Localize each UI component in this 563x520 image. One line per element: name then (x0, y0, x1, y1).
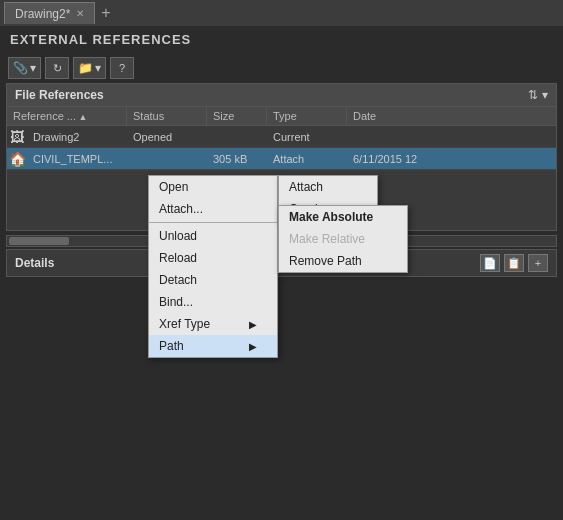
menu-open-label: Open (159, 180, 188, 194)
menu-path-label: Path (159, 339, 184, 353)
drawing2-tab[interactable]: Drawing2* ✕ (4, 2, 95, 24)
refresh-button[interactable]: ↻ (45, 57, 69, 79)
path-remove-label: Remove Path (289, 254, 362, 268)
menu-bind-label: Bind... (159, 295, 193, 309)
path-arrow-icon: ▶ (249, 341, 257, 352)
menu-item-unload[interactable]: Unload (149, 225, 277, 247)
details-label: Details (15, 256, 54, 270)
file-ref-header-icons: ⇅ ▾ (528, 88, 548, 102)
tab-close-icon[interactable]: ✕ (76, 8, 84, 19)
menu-xreftype-label: Xref Type (159, 317, 210, 331)
xreftype-attach-label: Attach (289, 180, 323, 194)
col-status-header[interactable]: Status (127, 107, 207, 125)
context-menu: Open Attach... Unload Reload Detach Bind… (148, 175, 278, 358)
cell-size-civil: 305 kB (207, 151, 267, 167)
details-icons: 📄 📋 + (480, 254, 548, 272)
col-reference-header[interactable]: Reference ... (7, 107, 127, 125)
submenu-path-make-absolute[interactable]: Make Absolute (279, 206, 407, 228)
submenu-path-make-relative: Make Relative (279, 228, 407, 250)
col-date-header[interactable]: Date (347, 107, 467, 125)
file-ref-title: File References (15, 88, 104, 102)
scroll-thumb[interactable] (9, 237, 69, 245)
folder-dropdown[interactable]: 📁 ▾ (73, 57, 106, 79)
menu-unload-label: Unload (159, 229, 197, 243)
menu-item-attach[interactable]: Attach... (149, 198, 277, 220)
cell-date-drawing2 (347, 135, 467, 139)
submenu-path: Make Absolute Make Relative Remove Path (278, 205, 408, 273)
cell-type-drawing2: Current (267, 129, 347, 145)
details-list-icon: 📋 (507, 257, 521, 270)
refresh-icon: ↻ (53, 62, 62, 75)
folder-arrow: ▾ (95, 61, 101, 75)
path-make-relative-label: Make Relative (289, 232, 365, 246)
table-header: Reference ... Status Size Type Date (7, 107, 556, 126)
menu-item-bind[interactable]: Bind... (149, 291, 277, 313)
table-row[interactable]: 🏠 CIVIL_TEMPL... 305 kB Attach 6/11/2015… (7, 148, 556, 170)
table-row[interactable]: 🖼 Drawing2 Opened Current (7, 126, 556, 148)
tab-label: Drawing2* (15, 7, 70, 21)
panel-title: EXTERNAL REFERENCES (0, 26, 563, 53)
details-save-button[interactable]: 📄 (480, 254, 500, 272)
submenu-xreftype-attach[interactable]: Attach (279, 176, 377, 198)
attach-dropdown[interactable]: 📎 ▾ (8, 57, 41, 79)
tab-add-button[interactable]: + (95, 4, 116, 22)
details-add-button[interactable]: + (528, 254, 548, 272)
details-list-button[interactable]: 📋 (504, 254, 524, 272)
cell-status-civil (127, 157, 207, 161)
menu-item-open[interactable]: Open (149, 176, 277, 198)
menu-item-xreftype[interactable]: Xref Type ▶ (149, 313, 277, 335)
col-type-header[interactable]: Type (267, 107, 347, 125)
menu-item-reload[interactable]: Reload (149, 247, 277, 269)
sort-icon[interactable]: ⇅ (528, 88, 538, 102)
cell-date-civil: 6/11/2015 12 (347, 151, 467, 167)
help-icon: ? (119, 62, 125, 74)
row-icon-drawing2: 🖼 (7, 129, 27, 145)
tab-bar: Drawing2* ✕ + (0, 0, 563, 26)
menu-item-detach[interactable]: Detach (149, 269, 277, 291)
row-icon-civil: 🏠 (7, 151, 27, 167)
menu-attach-label: Attach... (159, 202, 203, 216)
path-make-absolute-label: Make Absolute (289, 210, 373, 224)
col-size-header[interactable]: Size (207, 107, 267, 125)
attach-icon: 📎 (13, 61, 28, 75)
folder-icon: 📁 (78, 61, 93, 75)
help-button[interactable]: ? (110, 57, 134, 79)
menu-item-path[interactable]: Path ▶ (149, 335, 277, 357)
toolbar: 📎 ▾ ↻ 📁 ▾ ? (0, 53, 563, 83)
cell-status-drawing2: Opened (127, 129, 207, 145)
file-ref-header: File References ⇅ ▾ (7, 84, 556, 107)
submenu-path-remove[interactable]: Remove Path (279, 250, 407, 272)
menu-detach-label: Detach (159, 273, 197, 287)
cell-size-drawing2 (207, 135, 267, 139)
menu-separator (149, 222, 277, 223)
menu-reload-label: Reload (159, 251, 197, 265)
xreftype-arrow-icon: ▶ (249, 319, 257, 330)
cell-type-civil: Attach (267, 151, 347, 167)
details-save-icon: 📄 (483, 257, 497, 270)
cell-ref-drawing2: Drawing2 (27, 129, 127, 145)
attach-arrow: ▾ (30, 61, 36, 75)
details-add-icon: + (535, 257, 541, 269)
cell-ref-civil: CIVIL_TEMPL... (27, 151, 127, 167)
filter-icon[interactable]: ▾ (542, 88, 548, 102)
